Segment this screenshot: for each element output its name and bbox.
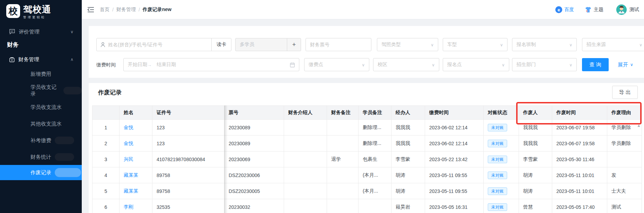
app-logo: 校 驾校通 管理更轻松 [6,4,51,20]
censored-badge [55,137,74,144]
student-name-link[interactable]: 金悦 [124,140,133,146]
class-type-select[interactable]: 报名班制 [512,38,577,51]
cell-pay_time: 2023-06-02 12:14 [425,120,484,136]
student-name-link[interactable]: 藏某某 [124,172,138,178]
cell-void_by: 我我我 [519,136,552,151]
student-search-input[interactable] [108,42,211,47]
status-badge: 未对账 [488,156,507,163]
username: 测试 [629,7,639,13]
sidebar-item-finance-management[interactable]: 财务管理 ∧ [0,53,82,66]
theme-switcher[interactable]: 主题 [585,0,603,19]
add-student-button[interactable]: + [287,38,301,51]
cell-stu_note [359,199,391,213]
cell-operator: 李雪蒙 [391,151,425,167]
vehicle-type-select[interactable]: 车型 [443,38,508,51]
col-header-fin_note: 财务备注 [327,106,359,120]
sidebar-item-label: 学员收支流水 [30,104,62,111]
cell-name: 金悦 [120,120,152,136]
sidebar-item-student-payment-flow[interactable]: 学员收支流水 [0,100,82,114]
collapse-sidebar-icon[interactable] [87,7,94,13]
student-name-link[interactable]: 李刚 [124,204,133,210]
payment-date-range[interactable]: 开始日期 结束日期 [123,58,299,71]
cell-name: 藏某某 [120,183,152,199]
status-badge: 未对账 [488,140,507,147]
cell-status: 未对账 [484,120,519,136]
student-name-link[interactable]: 兴民 [124,156,133,162]
sidebar-item-other-payment-flow[interactable]: 其他收支流水 [0,117,82,131]
chevron-down-icon [431,42,434,47]
student-name-link[interactable]: 金悦 [124,124,133,130]
student-name-link[interactable]: 藏某某 [124,188,138,194]
select-placeholder: 车型 [447,41,457,48]
enrollment-source-select[interactable]: 招生来源 [582,38,644,51]
void-records-table: 姓名证件号票号财务介绍人财务备注学员备注经办人缴费时间对账状态作废人作废时间作废… [92,105,642,213]
campus-select[interactable]: 校区 [373,58,439,71]
main-content: 读卡 多学员 + 驾照类型 车型 报名班制 招生来源 缴费时间 [82,19,644,213]
col-header-status: 对账状态 [484,106,519,120]
expand-filters-link[interactable]: 展开 ∨ [618,58,633,71]
user-menu[interactable]: 测试 [616,0,639,19]
select-placeholder: 招生部门 [517,62,536,68]
cell-status: 未对账 [484,199,519,213]
cell-void_by: 胡涛 [519,183,552,199]
filter-panel: 读卡 多学员 + 驾照类型 车型 报名班制 招生来源 缴费时间 [89,26,644,78]
cell-name: 藏某某 [120,167,152,183]
sidebar-item-label: 财务管理 [18,56,39,63]
cell-pay_time: 2023-05-05 16:31 [425,199,484,213]
cell-void_time: 2023-05-05 17:40 [552,199,607,213]
col-header-name: 姓名 [120,106,152,120]
cell-void_time: 2023-05-11 10:01 [552,183,607,199]
breadcrumb-home[interactable]: 首页 [100,7,109,13]
cell-fin_intro [284,199,327,213]
cell-fin_note [327,183,359,199]
multi-student-placeholder: 多学员 [236,41,287,48]
multi-student-field[interactable]: 多学员 + [235,38,301,51]
ticket-number-input[interactable] [310,42,367,47]
calendar-icon [290,62,295,67]
app-tagline: 管理更轻松 [23,15,51,20]
cell-void_by: 我我我 [519,120,552,136]
col-header-fin_intro: 财务介绍人 [284,106,327,120]
sidebar-item-student-payment-records[interactable]: 学员收支记录 [0,84,82,98]
cell-void_by: 李雪蒙 [519,151,552,167]
avatar [616,4,627,15]
cell-stu_note: 删除理... [359,136,391,151]
cell-id: 410782198708030084 [152,151,224,167]
sidebar-item-finance-statistics[interactable]: 财务统计 [0,150,82,164]
cell-id: 123 [152,120,224,136]
range-arrow-icon [147,62,152,67]
sidebar-item-retest-payment[interactable]: 补考缴费 [0,133,82,147]
chevron-down-icon [500,42,503,47]
cell-id: 32535 [152,199,224,213]
cell-fin_intro [284,136,327,151]
enrollment-dept-select[interactable]: 招生部门 [512,58,577,71]
breadcrumb-finance[interactable]: 财务管理 [116,7,136,13]
payment-point-select[interactable]: 缴费点 [304,58,369,71]
baidu-shortcut[interactable]: e 百度 [555,0,574,19]
read-card-button[interactable]: 读卡 [211,38,231,51]
sidebar-item-void-records[interactable]: 作废记录 [0,165,82,180]
registration-point-select[interactable]: 报名点 [443,58,509,71]
search-button[interactable]: 查 询 [582,58,609,71]
cell-pay_time: 2023-05-22 13:42 [425,151,484,167]
scroll-up-arrow-icon[interactable]: ▲ [637,123,641,128]
comment-icon [9,29,15,35]
censored-badge [55,153,74,161]
finance-icon [9,57,15,63]
export-button[interactable]: 导 出 [612,86,638,99]
col-header-id: 证件号 [152,106,224,120]
cell-pay_time: 2023-05-11 09:55 [425,183,484,199]
cell-status: 未对账 [484,167,519,183]
cell-pay_time: 2023-05-11 09:55 [425,167,484,183]
sidebar-item-add-fee[interactable]: 新增费用 [0,67,82,81]
sidebar-item-label: 新增费用 [30,71,51,77]
cell-name: 金悦 [120,136,152,151]
sidebar-item-evaluation[interactable]: 评价管理 ∨ [0,25,82,39]
license-type-select[interactable]: 驾照类型 [377,38,438,51]
cell-index: 6 [92,199,120,213]
sidebar-item-label: 评价管理 [19,29,39,35]
table-row: 3兴民41078219870803008420230069退学包裹生李雪蒙202… [92,151,642,167]
breadcrumb-separator [112,7,114,12]
chevron-down-icon [362,62,365,67]
sidebar-item-label: 补考缴费 [30,137,51,144]
